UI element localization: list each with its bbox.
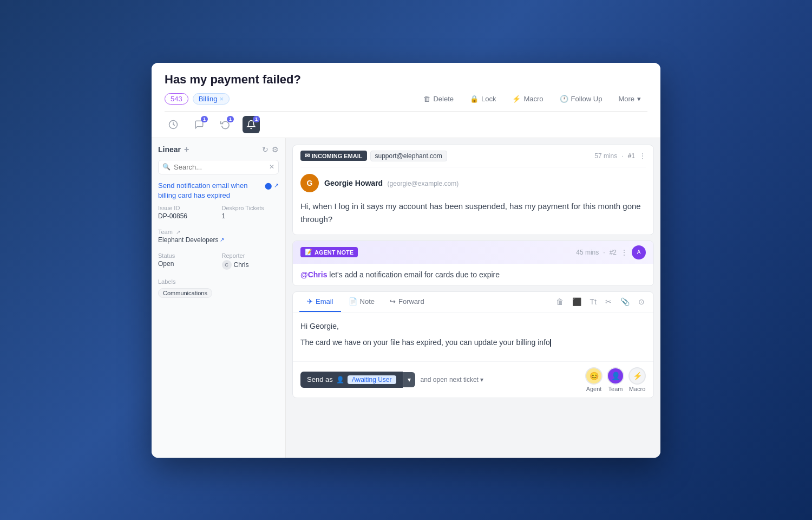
sidebar-add-button[interactable]: + xyxy=(184,145,189,154)
send-btn-group: Send as 👤 Awaiting User ▾ xyxy=(300,372,415,388)
send-button[interactable]: Send as 👤 Awaiting User xyxy=(300,372,403,388)
agent-note-card: 📝 AGENT NOTE 45 mins · #2 ⋮ A @Chris xyxy=(292,240,654,286)
sender-avatar: G xyxy=(300,174,319,192)
sidebar-header: Linear + ↻ ⚙ xyxy=(158,145,279,154)
follow-up-button[interactable]: 🕐 Follow Up xyxy=(553,92,609,106)
team-value: Elephant Developers ↗ xyxy=(158,236,279,244)
email-body: G Georgie Howard (georgie@example.com) H… xyxy=(293,167,653,235)
header-tags: 543 Billing × xyxy=(165,93,230,105)
lock-icon: 🔒 xyxy=(470,95,479,103)
sender-info: Georgie Howard (georgie@example.com) xyxy=(324,178,459,188)
reporter-section: Reporter C Chris xyxy=(222,252,279,270)
notif-icon-btn[interactable]: 1 xyxy=(243,116,260,133)
email-address: support@elephant.com xyxy=(370,151,447,161)
settings-icon[interactable]: ⚙ xyxy=(272,145,279,154)
email-icon: ✉ xyxy=(305,152,310,159)
mention-text: @Chris xyxy=(300,270,327,279)
agent-note-body: @Chris let's add a notification email fo… xyxy=(293,264,653,285)
clear-search-icon[interactable]: ✕ xyxy=(269,163,274,171)
main-layout: Linear + ↻ ⚙ 🔍 ✕ Send notification email… xyxy=(152,138,660,458)
reporter-avatar: C xyxy=(222,260,232,270)
sidebar-search: 🔍 ✕ xyxy=(158,160,279,174)
send-left: Send as 👤 Awaiting User ▾ and open next … xyxy=(300,372,483,388)
header: Has my payment failed? 543 Billing × 🗑 D… xyxy=(152,63,660,112)
issue-link-icons: ⬤ ↗ xyxy=(265,181,279,191)
note-options-icon[interactable]: ⋮ xyxy=(621,249,627,256)
black-circle-icon: ⬤ xyxy=(265,181,272,191)
page-title: Has my payment failed? xyxy=(165,73,647,87)
email-options-icon[interactable]: ⋮ xyxy=(639,152,646,160)
format-tool-icon[interactable]: Tt xyxy=(588,295,599,308)
awaiting-user-badge: Awaiting User xyxy=(348,375,396,384)
toolbar-row: 1 1 1 xyxy=(152,112,660,138)
team-assignee-group: 👤 Team xyxy=(607,367,624,392)
status-section: Status Open xyxy=(158,252,215,270)
issue-link[interactable]: Send notification email when billing car… xyxy=(158,181,279,200)
tab-forward[interactable]: ↪ Forward xyxy=(382,292,432,312)
external-link-icon-team[interactable]: ↗ xyxy=(176,229,180,235)
labels-section: Labels Communications xyxy=(158,278,279,298)
team-assignee-button[interactable]: 👤 xyxy=(607,367,624,385)
sidebar: Linear + ↻ ⚙ 🔍 ✕ Send notification email… xyxy=(152,138,286,458)
scissors-tool-icon[interactable]: ✂ xyxy=(603,295,614,308)
trash-tool-icon[interactable]: 🗑 xyxy=(554,295,566,308)
user-icon: 👤 xyxy=(336,376,344,384)
incoming-badge: ✉ INCOMING EMAIL xyxy=(300,151,367,161)
agent-assignee-button[interactable]: 😊 xyxy=(585,367,603,385)
email-text: Hi, when I log in it says my account has… xyxy=(300,198,646,228)
meta-grid: Issue ID DP-00856 Deskpro Tickets 1 Team… xyxy=(158,205,279,302)
send-dropdown-arrow[interactable]: ▾ xyxy=(403,372,415,387)
macro-button[interactable]: ⚡ Macro xyxy=(506,92,549,106)
main-window: Has my payment failed? 543 Billing × 🗑 D… xyxy=(152,63,660,458)
delete-button[interactable]: 🗑 Delete xyxy=(417,92,460,106)
agent-note-meta: 45 mins · #2 ⋮ A xyxy=(576,245,646,259)
more-tool-icon[interactable]: ⊙ xyxy=(636,295,647,308)
followup-icon: 🕐 xyxy=(560,95,568,103)
send-icon: ✈ xyxy=(307,297,313,306)
email-sender: G Georgie Howard (georgie@example.com) xyxy=(300,174,646,192)
incoming-email-card: ✉ INCOMING EMAIL support@elephant.com 57… xyxy=(292,145,654,235)
billing-tag-remove[interactable]: × xyxy=(219,95,224,103)
macro-send-group: ⚡ Macro xyxy=(628,367,646,392)
search-input[interactable] xyxy=(158,160,279,174)
deskpro-section: Deskpro Tickets 1 xyxy=(222,205,279,220)
tab-note[interactable]: 📄 Note xyxy=(341,292,382,312)
agent-avatar: A xyxy=(632,245,646,259)
reply-area: ✈ Email 📄 Note ↪ Forward 🗑 xyxy=(292,291,654,398)
communications-tag[interactable]: Communications xyxy=(158,288,212,298)
clock-icon-btn[interactable] xyxy=(165,116,182,133)
open-next-ticket[interactable]: and open next ticket ▾ xyxy=(421,376,483,384)
reply-tabs: ✈ Email 📄 Note ↪ Forward 🗑 xyxy=(293,292,653,313)
ticket-id-tag: 543 xyxy=(165,93,188,105)
forward-icon: ↪ xyxy=(390,297,396,306)
agent-note-badge: 📝 AGENT NOTE xyxy=(300,247,358,257)
more-button[interactable]: More ▾ xyxy=(612,92,647,106)
lock-button[interactable]: 🔒 Lock xyxy=(463,92,502,106)
attach-tool-icon[interactable]: 📎 xyxy=(618,295,632,308)
history-badge: 1 xyxy=(227,116,234,122)
issue-id-section: Issue ID DP-00856 xyxy=(158,205,215,220)
bolt-icon: ⚡ xyxy=(633,372,642,380)
external-link-icon[interactable]: ↗ xyxy=(274,181,279,191)
note-icon: 📝 xyxy=(305,249,312,256)
history-icon-btn[interactable]: 1 xyxy=(217,116,234,133)
tab-email[interactable]: ✈ Email xyxy=(299,292,341,312)
chevron-down-icon-small: ▾ xyxy=(480,376,483,384)
email-type-badge: ✉ INCOMING EMAIL support@elephant.com xyxy=(300,151,447,161)
macro-send-button[interactable]: ⚡ xyxy=(628,367,646,385)
snippet-tool-icon[interactable]: ⬛ xyxy=(570,295,584,308)
reply-body[interactable]: Hi Georgie, The card we have on your fil… xyxy=(293,313,653,361)
team-section: Team ↗ Elephant Developers ↗ xyxy=(158,229,279,244)
trash-icon: 🗑 xyxy=(423,95,430,103)
note-tab-icon: 📄 xyxy=(349,297,357,306)
billing-tag[interactable]: Billing × xyxy=(193,93,230,105)
content-area: ✉ INCOMING EMAIL support@elephant.com 57… xyxy=(286,138,660,458)
text-cursor xyxy=(550,339,551,347)
refresh-icon[interactable]: ↻ xyxy=(262,145,269,154)
send-right: 😊 Agent 👤 Team ⚡ xyxy=(585,367,646,392)
email-meta: 57 mins · #1 ⋮ xyxy=(594,152,646,160)
email-number: #1 xyxy=(628,152,635,160)
team-label: Team ↗ xyxy=(158,229,279,235)
external-link-icon-small[interactable]: ↗ xyxy=(220,237,224,243)
chat-icon-btn[interactable]: 1 xyxy=(191,116,208,133)
